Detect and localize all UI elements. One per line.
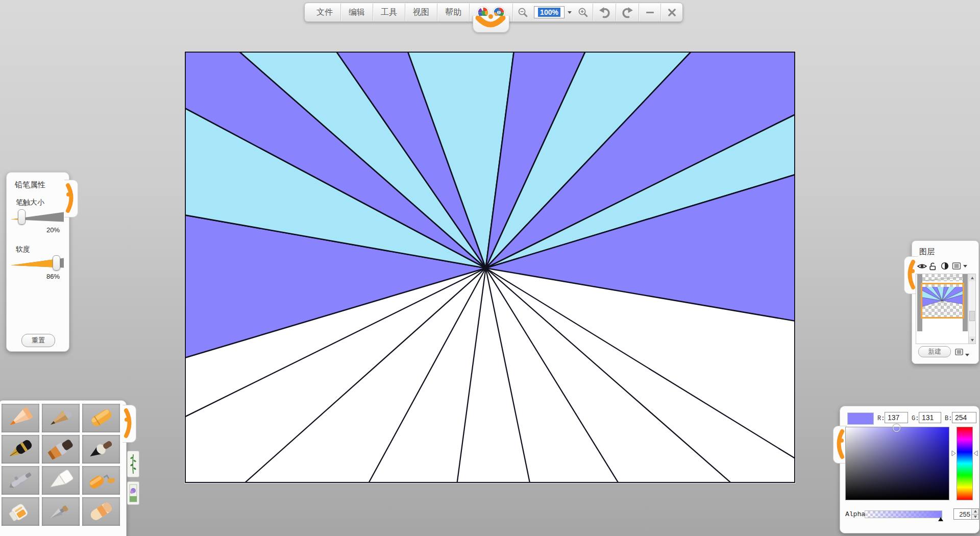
tool-flat-brush[interactable]: [42, 435, 80, 464]
ink-brush-icon: [86, 437, 116, 461]
chevron-up-icon: [971, 277, 974, 279]
panel-collapse-handle[interactable]: [122, 405, 136, 443]
pencil-icon: [5, 406, 36, 430]
alpha-spinner[interactable]: 255: [953, 508, 979, 520]
layer-list-scrollbar[interactable]: [968, 274, 975, 344]
scroll-up-button[interactable]: [969, 274, 975, 281]
tool-ink-jar[interactable]: [2, 497, 39, 526]
layer-list: [916, 274, 976, 344]
tool-charcoal[interactable]: [42, 404, 80, 432]
scrollbar-thumb[interactable]: [969, 311, 975, 321]
tool-crayon[interactable]: [82, 404, 120, 432]
zoom-out-button[interactable]: [513, 3, 532, 21]
zoom-level-value: 100%: [538, 8, 560, 17]
chevron-down-icon: [568, 11, 572, 14]
tool-pencil[interactable]: [2, 404, 39, 432]
alpha-label: Alpha: [845, 510, 865, 518]
layer-visibility-button[interactable]: [917, 261, 927, 271]
tool-knife[interactable]: [42, 497, 80, 526]
alpha-decrement-button[interactable]: [972, 514, 978, 520]
menu-edit[interactable]: 编辑: [341, 3, 373, 21]
tool-airbrush[interactable]: [2, 466, 39, 495]
picture-stamp-icon: [129, 484, 137, 502]
current-color-swatch[interactable]: [847, 412, 874, 425]
softness-slider[interactable]: [11, 256, 64, 270]
alpha-slider[interactable]: [865, 510, 942, 518]
hue-marker-left[interactable]: [951, 449, 956, 458]
layer-menu-button[interactable]: [952, 261, 961, 271]
triangle-left-icon: [973, 450, 978, 456]
ink-jar-icon: [5, 500, 36, 523]
grip-icon: [64, 180, 77, 216]
layer-item-partial[interactable]: [922, 274, 963, 281]
paint-roller-icon: [86, 469, 116, 492]
chevron-down-icon: [971, 339, 974, 342]
menu-file[interactable]: 文件: [309, 3, 340, 21]
minimize-button[interactable]: [639, 3, 660, 21]
flat-brush-icon: [45, 437, 76, 461]
tool-paint-roller[interactable]: [82, 466, 120, 495]
green-field[interactable]: 131: [919, 412, 941, 423]
main-toolbar: 文件 编辑 工具 视图 帮助: [304, 3, 683, 22]
starburst-drawing[interactable]: [186, 53, 794, 482]
layer-options-caret[interactable]: [965, 350, 969, 359]
hue-slider[interactable]: [957, 427, 973, 500]
undo-button[interactable]: [593, 3, 616, 21]
menu-help[interactable]: 帮助: [437, 3, 469, 21]
tool-eraser[interactable]: [82, 497, 120, 526]
minimize-icon: [646, 12, 654, 13]
pencil-properties-panel: 铅笔属性 笔触大小 20% 软度 86% 重置: [6, 172, 69, 352]
layer-thumbnail: [922, 274, 963, 281]
alpha-marker-icon[interactable]: [938, 517, 943, 521]
knife-icon: [45, 500, 76, 523]
slider-thumb[interactable]: [53, 255, 60, 271]
saturation-value-field[interactable]: [845, 427, 949, 500]
tools-palette-panel: [0, 400, 127, 536]
zoom-level-field-wrap: 100%: [532, 3, 566, 21]
tool-fountain-pen[interactable]: [2, 435, 39, 464]
layer-opacity-button[interactable]: [941, 261, 949, 271]
layer-options-button[interactable]: [955, 347, 963, 356]
layer-menu-caret[interactable]: [963, 261, 967, 271]
blue-label: B:: [945, 415, 952, 422]
triangle-right-icon: [951, 450, 956, 456]
menu-tools[interactable]: 工具: [373, 3, 405, 21]
drawing-canvas[interactable]: [185, 52, 795, 483]
color-picker-panel: R: 137 G: 131 B: 254 Alpha 255: [840, 406, 979, 533]
close-button[interactable]: [661, 3, 682, 21]
list-icon: [952, 262, 961, 270]
alpha-increment-button[interactable]: [972, 509, 978, 514]
hue-marker-right[interactable]: [973, 449, 978, 458]
menu-view[interactable]: 视图: [405, 3, 437, 21]
brush-size-slider[interactable]: [11, 210, 64, 224]
tool-paint-cone[interactable]: [42, 466, 80, 495]
scroll-down-button[interactable]: [969, 336, 975, 344]
redo-button[interactable]: [616, 3, 639, 21]
softness-value: 86%: [46, 273, 60, 280]
redo-icon: [621, 6, 634, 19]
slider-thumb[interactable]: [18, 209, 26, 225]
chevron-down-icon: [974, 516, 977, 518]
tool-tab-plant-brush[interactable]: [127, 451, 139, 477]
tool-tab-picture-stamp[interactable]: [127, 481, 139, 505]
color-cursor[interactable]: [893, 424, 900, 432]
zoom-dropdown-button[interactable]: [566, 3, 573, 21]
clown-nose-icon: [488, 14, 493, 19]
tool-ink-brush[interactable]: [82, 435, 120, 464]
alpha-gradient: [865, 511, 942, 518]
app-logo-clown[interactable]: [470, 3, 512, 21]
layer-item-selected[interactable]: [921, 283, 964, 319]
reset-button[interactable]: 重置: [21, 334, 55, 347]
red-field[interactable]: 137: [885, 412, 908, 423]
zoom-level-input[interactable]: 100%: [534, 6, 565, 18]
green-label: G:: [912, 415, 919, 422]
layer-lock-button[interactable]: [928, 261, 937, 271]
new-layer-button[interactable]: 新建: [918, 346, 951, 357]
zoom-in-button[interactable]: [573, 3, 593, 21]
plant-brush-icon: [129, 453, 137, 475]
blue-field[interactable]: 254: [952, 412, 976, 423]
panel-collapse-handle[interactable]: [833, 426, 847, 464]
zoom-in-icon: [577, 7, 589, 18]
panel-title: 图层: [919, 247, 935, 257]
panel-collapse-handle[interactable]: [64, 180, 78, 217]
